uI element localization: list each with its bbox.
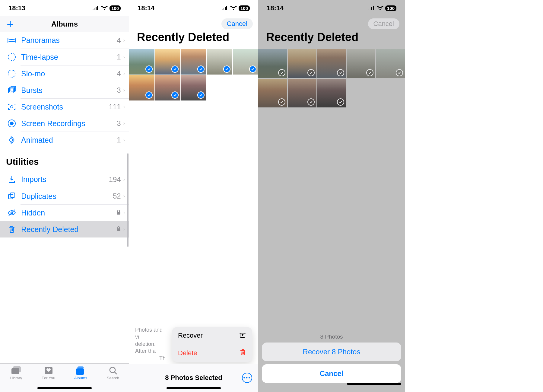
status-indicators: 100 bbox=[368, 5, 396, 11]
selected-badge bbox=[278, 69, 285, 76]
menu-recover[interactable]: Recover bbox=[172, 327, 252, 344]
thumbnail bbox=[288, 49, 317, 78]
svg-rect-13 bbox=[10, 193, 15, 197]
tab-foryou[interactable]: For You bbox=[32, 366, 65, 380]
nav-header: + Albums bbox=[0, 16, 129, 32]
svg-rect-12 bbox=[8, 194, 13, 199]
svg-line-25 bbox=[115, 372, 117, 374]
status-time: 18:14 bbox=[267, 4, 284, 12]
svg-rect-3 bbox=[97, 6, 98, 10]
thumbnail[interactable] bbox=[155, 75, 180, 100]
chevron-right-icon: › bbox=[123, 193, 125, 199]
recover-icon bbox=[239, 331, 246, 340]
thumbnail bbox=[317, 79, 346, 108]
svg-rect-2 bbox=[96, 7, 97, 10]
thumbnail bbox=[376, 49, 405, 78]
chevron-right-icon: › bbox=[123, 210, 125, 215]
selected-badge bbox=[366, 69, 373, 76]
menu-delete[interactable]: Delete bbox=[172, 344, 252, 362]
albums-screen: 18:13 100 + Albums Panoramas 4 › Time-la… bbox=[0, 0, 129, 392]
sheet-cancel-button[interactable]: Cancel bbox=[262, 364, 401, 383]
recently-deleted-select-screen: 18:14 100 Cancel Recently Deleted Photos… bbox=[129, 0, 258, 392]
search-tab-icon bbox=[109, 366, 117, 375]
svg-point-9 bbox=[11, 106, 13, 108]
selected-badge bbox=[145, 91, 153, 99]
row-animated[interactable]: Animated 1 › bbox=[21, 132, 129, 148]
thumbnail bbox=[347, 49, 376, 78]
thumbnail[interactable] bbox=[129, 75, 154, 100]
more-button[interactable]: ••• bbox=[242, 373, 252, 383]
bottom-toolbar: 8 Photos Selected ••• bbox=[129, 364, 258, 392]
status-bar: 18:14 100 bbox=[129, 0, 258, 16]
tab-search[interactable]: Search bbox=[97, 366, 129, 380]
selection-count: 8 Photos Selected bbox=[165, 374, 222, 382]
tab-library[interactable]: Library bbox=[0, 366, 32, 380]
panorama-icon bbox=[6, 36, 17, 45]
selected-badge bbox=[197, 65, 205, 73]
page-title: Recently Deleted bbox=[129, 28, 258, 49]
row-screenrecordings[interactable]: Screen Recordings 3 › bbox=[21, 115, 129, 132]
recover-photos-button[interactable]: Recover 8 Photos bbox=[262, 343, 401, 361]
row-duplicates[interactable]: Duplicates 52 › bbox=[21, 188, 129, 204]
signal-icon bbox=[368, 6, 375, 10]
thumbnail[interactable] bbox=[181, 75, 206, 100]
trash-icon bbox=[240, 349, 246, 358]
signal-icon bbox=[93, 6, 99, 10]
add-button[interactable]: + bbox=[4, 18, 16, 31]
chevron-right-icon: › bbox=[123, 71, 125, 76]
svg-rect-19 bbox=[13, 366, 21, 372]
thumbnail[interactable] bbox=[155, 49, 180, 75]
scrollbar[interactable] bbox=[127, 153, 129, 247]
tab-albums[interactable]: Albums bbox=[65, 366, 97, 380]
row-panoramas[interactable]: Panoramas 4 › bbox=[0, 32, 129, 49]
chevron-right-icon: › bbox=[123, 38, 125, 43]
thumbnail[interactable] bbox=[129, 49, 154, 75]
battery-indicator: 100 bbox=[385, 5, 396, 11]
thumbnail[interactable] bbox=[181, 49, 206, 75]
svg-rect-1 bbox=[94, 8, 95, 10]
svg-rect-33 bbox=[371, 7, 372, 10]
duplicates-icon bbox=[6, 192, 17, 201]
library-tab-icon bbox=[11, 366, 21, 375]
home-indicator[interactable] bbox=[347, 383, 401, 385]
screenshots-icon bbox=[6, 102, 17, 111]
signal-icon bbox=[222, 6, 228, 10]
thumbnail[interactable] bbox=[207, 49, 232, 75]
lock-icon bbox=[116, 209, 121, 216]
status-bar: 18:13 100 bbox=[0, 0, 129, 16]
home-indicator[interactable] bbox=[167, 387, 221, 389]
status-indicators: 100 bbox=[222, 5, 250, 11]
utilities-header: Utilities bbox=[0, 148, 129, 171]
action-sheet: 8 Photos Recover 8 Photos Cancel bbox=[262, 333, 401, 388]
nav-title: Albums bbox=[16, 20, 113, 28]
thumbnail bbox=[258, 79, 287, 108]
row-recently-deleted[interactable]: Recently Deleted › bbox=[0, 221, 129, 237]
bursts-icon bbox=[6, 86, 17, 95]
svg-rect-31 bbox=[368, 9, 369, 10]
row-imports[interactable]: Imports 194 › bbox=[0, 171, 129, 188]
tab-bar: Library For You Albums Search bbox=[0, 363, 129, 392]
timelapse-icon bbox=[6, 53, 17, 62]
photo-grid bbox=[258, 49, 405, 107]
selected-badge bbox=[249, 65, 256, 73]
home-indicator[interactable] bbox=[37, 387, 92, 389]
thumbnail[interactable] bbox=[233, 49, 258, 75]
selected-badge bbox=[145, 65, 153, 73]
row-slomo[interactable]: Slo-mo 4 › bbox=[21, 65, 129, 82]
svg-rect-29 bbox=[226, 6, 227, 10]
status-indicators: 100 bbox=[93, 5, 121, 11]
selected-badge bbox=[337, 98, 344, 106]
row-timelapse[interactable]: Time-lapse 1 › bbox=[21, 49, 129, 65]
imports-icon bbox=[6, 175, 17, 184]
cancel-button[interactable]: Cancel bbox=[221, 18, 253, 29]
page-title: Recently Deleted bbox=[258, 28, 405, 49]
row-hidden[interactable]: Hidden › bbox=[21, 204, 129, 221]
thumbnail bbox=[288, 79, 317, 108]
top-nav: Cancel bbox=[258, 16, 405, 28]
svg-rect-34 bbox=[373, 6, 374, 10]
row-bursts[interactable]: Bursts 3 › bbox=[21, 82, 129, 98]
recently-deleted-actionsheet-screen: 18:14 100 Cancel Recently Deleted 8 Phot… bbox=[258, 0, 405, 392]
row-screenshots[interactable]: Screenshots 111 › bbox=[21, 98, 129, 115]
screenrecordings-icon bbox=[6, 119, 17, 128]
svg-rect-22 bbox=[77, 367, 84, 368]
